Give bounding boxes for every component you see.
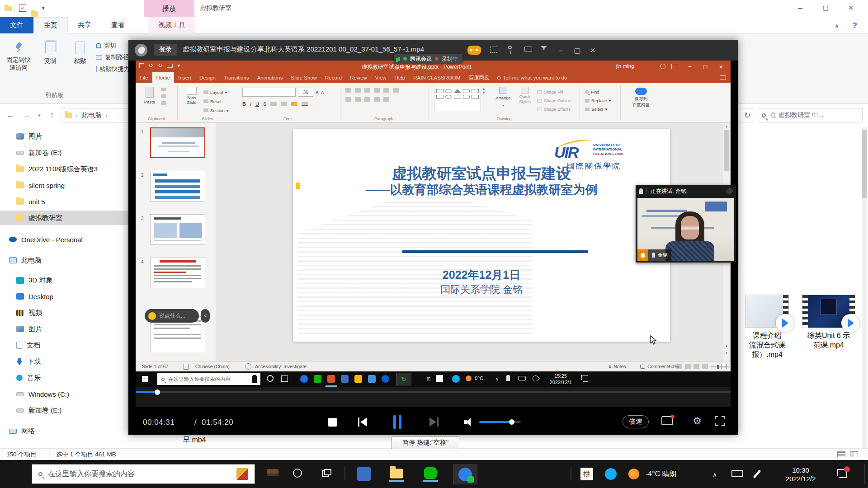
- sidebar-item-pictures2[interactable]: 图片: [0, 322, 128, 336]
- minimize-button[interactable]: –: [788, 0, 813, 15]
- ppt-close-button[interactable]: ×: [713, 61, 729, 72]
- tell-me-box[interactable]: Tell me what you want to do: [493, 72, 571, 83]
- cortana-button[interactable]: [267, 375, 274, 382]
- ppt-tab-file[interactable]: File: [136, 72, 152, 83]
- paragraph-row1[interactable]: [345, 88, 422, 93]
- volume-slider[interactable]: [479, 421, 521, 423]
- strikethrough-button[interactable]: S: [263, 101, 266, 107]
- scrollbar-thumb[interactable]: [862, 130, 867, 198]
- refresh-button[interactable]: ↻: [741, 108, 754, 122]
- font-name-select[interactable]: [242, 88, 296, 97]
- new-slide-button[interactable]: New Slide: [183, 87, 201, 105]
- sidebar-item-downloads[interactable]: 下载: [0, 354, 128, 369]
- ppt-tab-slideshow[interactable]: Slide Show: [287, 72, 321, 83]
- task-view-button[interactable]: [281, 375, 288, 382]
- video-frame[interactable]: ↺ ↻ ▾ 虚拟教研室试点申报与建设.pptx - PowerPoint 腾讯会…: [136, 61, 731, 407]
- thumbnail-view-toggle-icon[interactable]: [850, 451, 858, 457]
- browser-taskbar-icon-active[interactable]: [453, 465, 477, 484]
- copy-button[interactable]: 复制: [36, 38, 64, 87]
- meeting-share-taskbar-icon[interactable]: ↻: [396, 373, 411, 385]
- battery-tray-icon[interactable]: [731, 470, 743, 477]
- sidebar-item-drive-e[interactable]: 新加卷 (E:): [0, 145, 128, 160]
- zoom-percent[interactable]: 63%: [669, 364, 679, 369]
- filter-settings-icon[interactable]: [541, 46, 547, 50]
- tray-expand-icon[interactable]: ∧: [493, 375, 501, 382]
- settings-gear-icon[interactable]: ⚙: [690, 414, 704, 428]
- taskbar-clock[interactable]: 10:30 2022/12/2: [774, 466, 827, 483]
- file-item-video1[interactable]: 课程介绍 流混合式课 报）.mp4: [733, 295, 801, 359]
- shape-gallery-scroll[interactable]: ▴ ▾: [483, 87, 485, 95]
- sidebar-item-3d-objects[interactable]: 3D 对象: [0, 273, 128, 287]
- restore-button[interactable]: ▢: [813, 0, 838, 15]
- ime-grid-icon[interactable]: ⊞: [425, 375, 432, 382]
- ppt-minimize-button[interactable]: –: [683, 61, 697, 72]
- ppt-quick-access-toolbar[interactable]: ↺ ↻ ▾: [139, 62, 180, 69]
- meeting-chat-bubble[interactable]: 说点什么...: [145, 309, 199, 323]
- vs-taskbar-icon[interactable]: [357, 467, 371, 481]
- font-size-select[interactable]: 36: [298, 88, 313, 97]
- slide-canvas[interactable]: UIR UNIVERSITY OF INTERNATIONAL RELATION…: [293, 129, 670, 342]
- player-minimize-button[interactable]: –: [553, 43, 569, 57]
- tencent-meeting-overlay[interactable]: 腾讯会议 录制中: [394, 54, 462, 64]
- language-status[interactable]: Chinese (China): [195, 364, 230, 369]
- vs-taskbar-icon[interactable]: [341, 375, 349, 383]
- italic-button[interactable]: I: [250, 101, 251, 107]
- shrink-font-icon[interactable]: A: [321, 90, 324, 95]
- bold-button[interactable]: B: [242, 101, 246, 107]
- clipboard-mini-icons[interactable]: [161, 88, 166, 105]
- wechat-taskbar-icon-active[interactable]: [423, 467, 438, 482]
- sidebar-item-desktop[interactable]: Desktop: [0, 289, 128, 304]
- slide-thumbnail-3[interactable]: [150, 214, 205, 245]
- text-shadow-button[interactable]: [270, 102, 277, 106]
- replace-button[interactable]: Replace▾: [585, 96, 611, 105]
- scroll-up-icon[interactable]: ▴: [483, 87, 485, 91]
- battery-tray-icon[interactable]: [518, 376, 526, 380]
- maps-taskbar-icon[interactable]: [382, 375, 389, 383]
- cortana-button[interactable]: [293, 469, 302, 478]
- redo-icon[interactable]: ↻: [158, 62, 162, 69]
- partial-file-label[interactable]: 早.mb4: [183, 436, 206, 445]
- find-button[interactable]: Find: [585, 88, 611, 96]
- slide-sorter-view-button[interactable]: [685, 364, 691, 369]
- grow-font-icon[interactable]: A: [316, 90, 319, 95]
- ppt-tab-record[interactable]: Record: [321, 72, 346, 83]
- slide-thumbnail-panel[interactable]: 1 2 3: [136, 123, 216, 361]
- sidebar-item-this-pc[interactable]: 此电脑: [0, 253, 128, 267]
- scroll-up-icon[interactable]: ▴: [723, 123, 730, 129]
- webcam-overlay[interactable]: 正在讲话: 金铭;: [636, 185, 736, 263]
- ppt-tab-home[interactable]: Home: [152, 72, 175, 83]
- sidebar-item-unit5[interactable]: unit 5: [0, 194, 128, 209]
- mic-tray-icon[interactable]: [506, 375, 510, 381]
- paste-shortcut-button[interactable]: 粘贴快捷方式: [96, 63, 130, 75]
- sidebar-item-pictures[interactable]: 图片: [0, 129, 128, 144]
- action-center-icon[interactable]: [837, 469, 847, 478]
- scrollbar-thumb[interactable]: [724, 130, 729, 171]
- paste-big-button[interactable]: Paste: [142, 87, 157, 104]
- ppt-tab-rain-classroom[interactable]: RAIN CLASSROOM: [409, 72, 464, 83]
- share-icon[interactable]: [660, 64, 665, 69]
- highlight-color-button[interactable]: [291, 102, 297, 106]
- fullscreen-button[interactable]: [715, 416, 725, 426]
- sidebar-item-virtual-lab-selected[interactable]: 虚拟教研室: [0, 211, 128, 225]
- pin-on-top-icon[interactable]: [508, 46, 512, 49]
- tab-video-tools[interactable]: 视频工具: [148, 17, 195, 33]
- taskbar-search-box[interactable]: 在这里输入你要搜索的内容: [157, 373, 260, 385]
- up-button[interactable]: ↑: [45, 108, 59, 122]
- qat-caret-icon[interactable]: ▾: [42, 4, 45, 11]
- progress-knob[interactable]: [155, 389, 160, 395]
- layout-button[interactable]: Layout▾: [203, 88, 228, 97]
- action-center-icon[interactable]: [581, 375, 588, 382]
- slide-thumbnail-1-selected[interactable]: [150, 127, 205, 158]
- task-view-button[interactable]: [322, 469, 332, 478]
- explorer-taskbar-icon-active[interactable]: [389, 467, 404, 482]
- forward-button[interactable]: →: [20, 108, 33, 122]
- explorer-taskbar-icon[interactable]: [354, 375, 362, 383]
- game-center-icon[interactable]: [467, 46, 481, 55]
- scroll-down-icon[interactable]: ▾: [483, 91, 485, 95]
- sidebar-item-videos[interactable]: 视频: [0, 305, 128, 320]
- comments-button[interactable]: Comments: [640, 364, 670, 369]
- ppt-tab-view[interactable]: View: [371, 72, 391, 83]
- speed-button[interactable]: 倍速: [623, 415, 649, 428]
- accessibility-status[interactable]: Accessibility: Investigate: [255, 364, 307, 369]
- section-button[interactable]: Section▾: [203, 106, 228, 115]
